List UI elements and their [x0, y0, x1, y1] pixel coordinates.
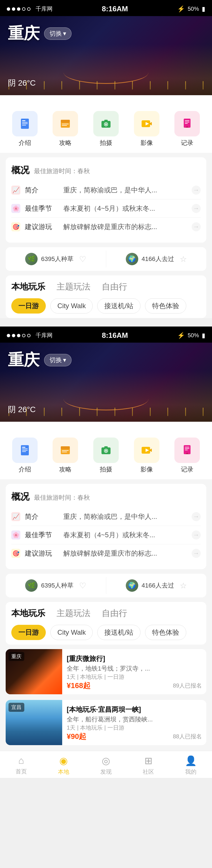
tab-local-play-1[interactable]: 本地玩乐 [11, 281, 45, 292]
subtab-day-trip-1[interactable]: 一日游 [11, 298, 46, 313]
record-label-1: 记录 [181, 139, 193, 147]
svg-rect-30 [62, 452, 67, 452]
nav-community[interactable]: ⊞ 社区 [127, 755, 170, 776]
stat-grass-2[interactable]: 🌿 6395人种草 ♡ [6, 574, 106, 597]
subtab-day-trip-2[interactable]: 一日游 [11, 625, 46, 640]
info-row-season-2[interactable]: 🌸 最佳季节 春末夏初（4~5月）或秋末冬... → [11, 526, 201, 544]
status-bar-2: 千库网 8:16AM ⚡ 50% ▮ [0, 327, 212, 343]
overview-header-2: 概况 最佳旅游时间：春秋 [11, 491, 201, 503]
icon-guide-1[interactable]: 攻略 [45, 111, 86, 147]
nav-mine[interactable]: 👤 我的 [170, 755, 212, 776]
tabs-section-1: 本地玩乐 主题玩法 自由行 一日游 City Walk 接送机/站 特色体验 [6, 275, 206, 318]
star-icon-2[interactable]: ☆ [180, 581, 187, 590]
intro-icon-badge-1: 📈 [11, 186, 20, 195]
icons-section-1: 介绍 攻略 拍摄 影像 [0, 95, 212, 153]
main-tabs-1: 本地玩乐 主题玩法 自由行 [11, 281, 201, 292]
card-price-chongqing: ¥168起 [67, 681, 90, 691]
signal-dot2-3 [17, 334, 20, 337]
grass-avatar-1: 🌿 [25, 253, 38, 265]
icon-guide-2[interactable]: 攻略 [45, 437, 86, 474]
card-chongqing[interactable]: 重庆 [重庆微旅行] 全年，地铁1号线；罗汉寺，... 1天 | 本地玩乐 | … [6, 649, 206, 694]
nav-local[interactable]: ◉ 本地 [42, 755, 85, 776]
hero-title-area: 重庆 切换 ▾ [8, 23, 71, 44]
info-value-intro-2: 重庆，简称渝或巴，是中华人... [63, 512, 187, 521]
star-icon-1[interactable]: ☆ [180, 254, 187, 264]
info-arrow-season-2[interactable]: → [192, 530, 201, 539]
card-title-yichang: [本地玩乐·宜昌两坝一峡] [67, 705, 202, 714]
heart-icon-2[interactable]: ♡ [79, 581, 86, 590]
tab-local-play-2[interactable]: 本地玩乐 [11, 608, 45, 619]
subtab-city-walk-2[interactable]: City Walk [50, 625, 93, 640]
info-row-intro-1[interactable]: 📈 简介 重庆，简称渝或巴，是中华人... → [11, 181, 201, 199]
svg-rect-23 [22, 447, 25, 448]
switch-label-1: 切换 [50, 29, 62, 38]
svg-rect-4 [22, 125, 26, 125]
icon-video-1[interactable]: 影像 [126, 111, 167, 147]
tab-theme-play-2[interactable]: 主题玩法 [57, 608, 90, 619]
card-desc-chongqing: 全年，地铁1号线；罗汉寺，... [67, 664, 202, 673]
info-label-intro-2: 简介 [25, 512, 59, 521]
icon-photo-1[interactable]: 拍摄 [86, 111, 126, 147]
video-icon-2 [134, 437, 159, 463]
card-desc-yichang: 全年，船行葛洲坝，赏西陵峡... [67, 715, 202, 724]
stat-visited-2[interactable]: 🌍 4166人去过 ☆ [106, 574, 207, 597]
card-yichang[interactable]: 宜昌 [本地玩乐·宜昌两坝一峡] 全年，船行葛洲坝，赏西陵峡... 1天 | 本… [6, 700, 206, 745]
switch-arrow-2: ▾ [63, 356, 66, 364]
card-list: 重庆 [重庆微旅行] 全年，地铁1号线；罗汉寺，... 1天 | 本地玩乐 | … [0, 649, 212, 745]
card-signup-yichang: 88人已报名 [173, 733, 202, 740]
info-arrow-intro-1[interactable]: → [192, 186, 201, 195]
info-label-play-1: 建议游玩 [25, 222, 59, 231]
info-row-intro-2[interactable]: 📈 简介 重庆，简称渝或巴，是中华人... → [11, 507, 201, 526]
card-badge-chongqing: 重庆 [8, 652, 24, 661]
heart-icon-1[interactable]: ♡ [79, 254, 86, 264]
info-arrow-play-1[interactable]: → [192, 222, 201, 231]
icon-record-2[interactable]: 记录 [167, 437, 208, 474]
card-signup-chongqing: 89人已报名 [173, 682, 202, 689]
subtab-transfer-1[interactable]: 接送机/站 [97, 298, 141, 313]
info-label-season-2: 最佳季节 [25, 530, 59, 539]
icon-video-2[interactable]: 影像 [126, 437, 167, 474]
subtab-special-1[interactable]: 特色体验 [145, 298, 186, 313]
info-row-play-2[interactable]: 🎯 建议游玩 解放碑解放碑是重庆市的标志... → [11, 544, 201, 562]
subtab-transfer-2[interactable]: 接送机/站 [97, 625, 141, 640]
city-switch-button-2[interactable]: 切换 ▾ [44, 354, 71, 366]
info-arrow-play-2[interactable]: → [192, 549, 201, 558]
info-arrow-season-1[interactable]: → [192, 204, 201, 213]
card-footer-chongqing: ¥168起 89人已报名 [67, 681, 202, 691]
signal-dot-1 [7, 7, 10, 11]
tab-free-travel-1[interactable]: 自由行 [102, 281, 127, 292]
city-switch-button-1[interactable]: 切换 ▾ [44, 27, 71, 40]
stat-grass-1[interactable]: 🌿 6395人种草 ♡ [6, 247, 106, 271]
tab-theme-play-1[interactable]: 主题玩法 [57, 281, 90, 292]
record-icon-1 [174, 111, 200, 136]
carrier-label-2: 千库网 [36, 332, 53, 339]
info-label-season-1: 最佳季节 [25, 204, 59, 213]
card-content-chongqing: [重庆微旅行] 全年，地铁1号线；罗汉寺，... 1天 | 本地玩乐 | 一日游… [62, 649, 206, 694]
svg-point-12 [105, 123, 107, 125]
info-arrow-intro-2[interactable]: → [192, 512, 201, 521]
stat-visited-1[interactable]: 🌍 4166人去过 ☆ [106, 247, 207, 271]
svg-rect-1 [22, 120, 25, 121]
info-row-play-1[interactable]: 🎯 建议游玩 解放碑解放碑是重庆市的标志... → [11, 218, 201, 236]
sub-tabs-2: 一日游 City Walk 接送机/站 特色体验 [11, 625, 201, 640]
tab-free-travel-2[interactable]: 自由行 [102, 608, 127, 619]
overview-header-1: 概况 最佳旅游时间：春秋 [11, 164, 201, 177]
nav-discover[interactable]: ◎ 发现 [85, 755, 127, 776]
subtab-special-2[interactable]: 特色体验 [145, 625, 186, 640]
photo-icon-2 [93, 437, 119, 463]
info-value-intro-1: 重庆，简称渝或巴，是中华人... [63, 186, 187, 195]
icon-photo-2[interactable]: 拍摄 [86, 437, 126, 474]
subtab-city-walk-1[interactable]: City Walk [50, 298, 93, 313]
icon-intro-1[interactable]: 介绍 [4, 111, 45, 147]
info-row-season-1[interactable]: 🌸 最佳季节 春末夏初（4~5月）或秋末冬... → [11, 199, 201, 218]
status-left: 千库网 [7, 5, 53, 13]
switch-arrow-1: ▾ [63, 30, 66, 37]
nav-home[interactable]: ⌂ 首页 [0, 755, 42, 776]
status-time: 8:16AM [102, 4, 128, 13]
info-value-play-1: 解放碑解放碑是重庆市的标志... [63, 222, 187, 231]
icon-record-1[interactable]: 记录 [167, 111, 208, 147]
season-icon-badge-1: 🌸 [11, 204, 20, 213]
icon-intro-2[interactable]: 介绍 [4, 437, 45, 474]
card-content-yichang: [本地玩乐·宜昌两坝一峡] 全年，船行葛洲坝，赏西陵峡... 1天 | 本地玩乐… [62, 700, 206, 745]
svg-rect-3 [22, 123, 28, 124]
